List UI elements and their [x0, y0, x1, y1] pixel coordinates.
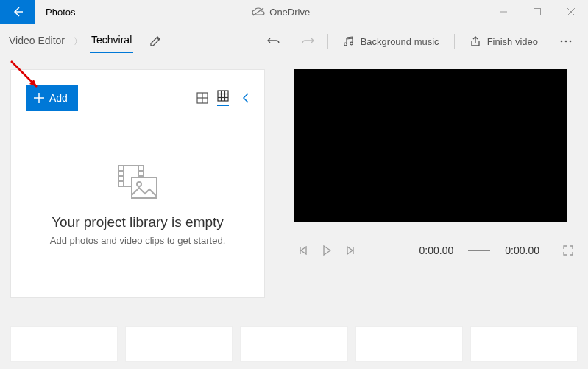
storyboard-slot[interactable]	[355, 326, 463, 362]
add-label: Add	[49, 92, 68, 104]
empty-subtitle: Add photos and video clips to get starte…	[26, 235, 249, 246]
svg-point-9	[570, 41, 572, 43]
play-icon	[322, 245, 331, 256]
crumb-project-name[interactable]: Techviral	[90, 29, 133, 53]
project-library-panel: Add	[10, 69, 265, 298]
fullscreen-button[interactable]	[563, 245, 573, 256]
annotation-arrow	[7, 57, 44, 94]
more-icon	[560, 40, 572, 43]
app-title: Photos	[46, 7, 75, 18]
grid-small-button[interactable]	[196, 92, 208, 104]
edit-name-button[interactable]	[149, 35, 161, 47]
back-button[interactable]	[0, 0, 35, 24]
media-placeholder-icon	[117, 164, 158, 200]
playback-controls: 0:00.00 0:00.00	[294, 245, 578, 256]
prev-frame-icon	[299, 246, 308, 255]
svg-rect-15	[218, 91, 228, 101]
breadcrumb: Video Editor 〉 Techviral	[7, 29, 161, 53]
svg-point-7	[561, 41, 563, 43]
finish-label: Finish video	[487, 36, 538, 47]
red-arrow-icon	[7, 57, 44, 94]
grid-small-icon	[196, 92, 208, 104]
bg-music-label: Background music	[361, 36, 439, 47]
next-frame-icon	[346, 246, 355, 255]
minimize-icon	[500, 8, 507, 15]
svg-point-6	[350, 42, 353, 45]
pencil-icon	[149, 35, 161, 47]
redo-button[interactable]	[291, 29, 325, 54]
storyboard-slot[interactable]	[470, 326, 578, 362]
music-icon	[343, 35, 355, 47]
svg-point-5	[344, 43, 347, 46]
grid-large-button[interactable]	[217, 90, 229, 106]
maximize-button[interactable]	[520, 0, 554, 24]
close-icon	[567, 8, 575, 15]
maximize-icon	[534, 8, 541, 15]
svg-point-8	[565, 41, 567, 43]
storyboard	[10, 326, 578, 362]
toolbar-actions: Background music Finish video	[257, 29, 582, 54]
window-controls	[486, 0, 588, 24]
collapse-library-button[interactable]	[242, 92, 249, 104]
empty-title: Your project library is empty	[26, 214, 249, 231]
undo-button[interactable]	[257, 29, 291, 54]
grid-large-icon	[217, 90, 229, 102]
more-button[interactable]	[550, 34, 582, 49]
onedrive-status: OneDrive	[75, 7, 486, 18]
minimize-button[interactable]	[486, 0, 520, 24]
video-preview[interactable]	[294, 69, 567, 222]
preview-panel: 0:00.00 0:00.00	[294, 69, 578, 298]
storyboard-slot[interactable]	[240, 326, 347, 362]
cloud-label: OneDrive	[269, 7, 310, 18]
arrow-left-icon	[12, 6, 24, 18]
storyboard-slot[interactable]	[10, 326, 118, 362]
storyboard-slot[interactable]	[125, 326, 233, 362]
svg-rect-2	[534, 9, 541, 15]
play-button[interactable]	[322, 245, 331, 256]
next-frame-button[interactable]	[346, 246, 355, 255]
library-toolbar: Add	[26, 85, 249, 111]
undo-icon	[267, 35, 280, 48]
divider	[327, 34, 328, 49]
toolbar: Video Editor 〉 Techviral Background musi…	[0, 24, 588, 59]
time-total: 0:00.00	[505, 245, 539, 256]
time-current: 0:00.00	[419, 245, 454, 256]
redo-icon	[301, 35, 314, 48]
divider	[454, 34, 455, 49]
export-icon	[470, 35, 481, 47]
cloud-offline-icon	[252, 7, 265, 16]
close-button[interactable]	[554, 0, 588, 24]
time-separator	[468, 250, 490, 251]
view-controls	[196, 90, 249, 106]
crumb-video-editor[interactable]: Video Editor	[7, 30, 66, 52]
titlebar: Photos OneDrive	[0, 0, 588, 24]
chevron-right-icon: 〉	[74, 35, 82, 48]
main-area: Add	[0, 59, 588, 298]
empty-library-state: Your project library is empty Add photos…	[26, 164, 249, 246]
svg-rect-29	[132, 178, 157, 198]
chevron-left-icon	[242, 92, 249, 104]
finish-video-button[interactable]: Finish video	[458, 29, 550, 53]
background-music-button[interactable]: Background music	[331, 29, 451, 53]
prev-frame-button[interactable]	[299, 246, 308, 255]
fullscreen-icon	[563, 245, 573, 256]
